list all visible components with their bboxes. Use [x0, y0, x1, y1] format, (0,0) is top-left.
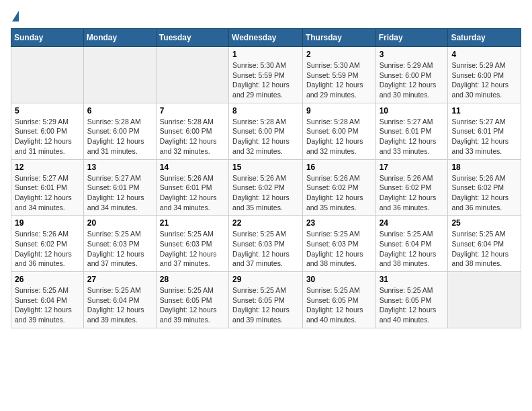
- calendar-cell: 26Sunrise: 5:25 AM Sunset: 6:04 PM Dayli…: [11, 272, 84, 328]
- calendar-week-5: 26Sunrise: 5:25 AM Sunset: 6:04 PM Dayli…: [11, 272, 521, 328]
- calendar-cell: [156, 47, 228, 103]
- day-info: Sunrise: 5:26 AM Sunset: 6:02 PM Dayligh…: [380, 173, 445, 213]
- day-info: Sunrise: 5:25 AM Sunset: 6:05 PM Dayligh…: [306, 285, 372, 325]
- day-number: 13: [87, 163, 152, 172]
- calendar-cell: 2Sunrise: 5:30 AM Sunset: 5:59 PM Daylig…: [302, 47, 375, 103]
- calendar-cell: 11Sunrise: 5:27 AM Sunset: 6:01 PM Dayli…: [448, 103, 521, 159]
- day-number: 7: [160, 106, 225, 116]
- day-info: Sunrise: 5:25 AM Sunset: 6:04 PM Dayligh…: [15, 285, 80, 325]
- logo: [11, 11, 19, 23]
- day-header-thursday: Thursday: [302, 29, 375, 47]
- day-number: 27: [87, 275, 152, 284]
- day-number: 19: [15, 218, 80, 228]
- day-number: 9: [306, 106, 372, 116]
- day-info: Sunrise: 5:27 AM Sunset: 6:01 PM Dayligh…: [87, 173, 152, 213]
- day-info: Sunrise: 5:25 AM Sunset: 6:03 PM Dayligh…: [87, 229, 152, 269]
- day-info: Sunrise: 5:26 AM Sunset: 6:02 PM Dayligh…: [15, 229, 80, 269]
- calendar-cell: 21Sunrise: 5:25 AM Sunset: 6:03 PM Dayli…: [156, 216, 228, 272]
- day-info: Sunrise: 5:27 AM Sunset: 6:01 PM Dayligh…: [451, 117, 517, 156]
- calendar-week-3: 12Sunrise: 5:27 AM Sunset: 6:01 PM Dayli…: [11, 159, 521, 216]
- day-info: Sunrise: 5:25 AM Sunset: 6:04 PM Dayligh…: [380, 229, 445, 269]
- day-header-saturday: Saturday: [448, 29, 521, 47]
- day-number: 1: [232, 50, 299, 59]
- day-number: 30: [306, 275, 372, 284]
- day-header-sunday: Sunday: [11, 29, 84, 47]
- day-number: 25: [451, 218, 517, 228]
- calendar-cell: 6Sunrise: 5:28 AM Sunset: 6:00 PM Daylig…: [83, 103, 156, 159]
- day-info: Sunrise: 5:25 AM Sunset: 6:04 PM Dayligh…: [87, 285, 152, 325]
- day-number: 11: [451, 106, 517, 116]
- calendar-cell: 30Sunrise: 5:25 AM Sunset: 6:05 PM Dayli…: [302, 272, 375, 328]
- day-number: 18: [451, 163, 517, 172]
- day-info: Sunrise: 5:27 AM Sunset: 6:01 PM Dayligh…: [380, 117, 445, 156]
- logo-triangle-icon: [12, 11, 19, 21]
- day-info: Sunrise: 5:29 AM Sunset: 6:00 PM Dayligh…: [380, 60, 445, 100]
- calendar-cell: 18Sunrise: 5:26 AM Sunset: 6:02 PM Dayli…: [448, 159, 521, 216]
- day-number: 3: [380, 50, 445, 59]
- calendar-cell: 13Sunrise: 5:27 AM Sunset: 6:01 PM Dayli…: [83, 159, 156, 216]
- day-number: 28: [160, 275, 225, 284]
- day-header-tuesday: Tuesday: [156, 29, 228, 47]
- calendar-cell: 22Sunrise: 5:25 AM Sunset: 6:03 PM Dayli…: [229, 216, 303, 272]
- day-info: Sunrise: 5:26 AM Sunset: 6:02 PM Dayligh…: [232, 173, 299, 213]
- calendar-header-row: SundayMondayTuesdayWednesdayThursdayFrid…: [11, 29, 521, 47]
- day-number: 23: [306, 218, 372, 228]
- day-number: 29: [232, 275, 299, 284]
- calendar-cell: 31Sunrise: 5:25 AM Sunset: 6:05 PM Dayli…: [375, 272, 448, 328]
- calendar-cell: 4Sunrise: 5:29 AM Sunset: 6:00 PM Daylig…: [448, 47, 521, 103]
- day-info: Sunrise: 5:26 AM Sunset: 6:02 PM Dayligh…: [451, 173, 517, 213]
- day-header-monday: Monday: [83, 29, 156, 47]
- day-info: Sunrise: 5:25 AM Sunset: 6:03 PM Dayligh…: [232, 229, 299, 269]
- day-number: 8: [232, 106, 299, 116]
- calendar-cell: 28Sunrise: 5:25 AM Sunset: 6:05 PM Dayli…: [156, 272, 228, 328]
- day-number: 22: [232, 218, 299, 228]
- day-info: Sunrise: 5:25 AM Sunset: 6:05 PM Dayligh…: [380, 285, 445, 325]
- calendar-cell: 10Sunrise: 5:27 AM Sunset: 6:01 PM Dayli…: [375, 103, 448, 159]
- calendar-cell: 9Sunrise: 5:28 AM Sunset: 6:00 PM Daylig…: [302, 103, 375, 159]
- day-info: Sunrise: 5:28 AM Sunset: 6:00 PM Dayligh…: [87, 117, 152, 156]
- calendar-cell: 3Sunrise: 5:29 AM Sunset: 6:00 PM Daylig…: [375, 47, 448, 103]
- day-info: Sunrise: 5:28 AM Sunset: 6:00 PM Dayligh…: [160, 117, 225, 156]
- calendar-cell: 19Sunrise: 5:26 AM Sunset: 6:02 PM Dayli…: [11, 216, 84, 272]
- day-number: 31: [380, 275, 445, 284]
- day-info: Sunrise: 5:25 AM Sunset: 6:05 PM Dayligh…: [232, 285, 299, 325]
- day-info: Sunrise: 5:28 AM Sunset: 6:00 PM Dayligh…: [306, 117, 372, 156]
- day-number: 10: [380, 106, 445, 116]
- day-info: Sunrise: 5:28 AM Sunset: 6:00 PM Dayligh…: [232, 117, 299, 156]
- day-number: 17: [380, 163, 445, 172]
- calendar-cell: 25Sunrise: 5:25 AM Sunset: 6:04 PM Dayli…: [448, 216, 521, 272]
- calendar-cell: 23Sunrise: 5:25 AM Sunset: 6:03 PM Dayli…: [302, 216, 375, 272]
- day-info: Sunrise: 5:25 AM Sunset: 6:03 PM Dayligh…: [306, 229, 372, 269]
- day-info: Sunrise: 5:29 AM Sunset: 6:00 PM Dayligh…: [15, 117, 80, 156]
- day-number: 20: [87, 218, 152, 228]
- calendar-cell: 27Sunrise: 5:25 AM Sunset: 6:04 PM Dayli…: [83, 272, 156, 328]
- day-info: Sunrise: 5:25 AM Sunset: 6:03 PM Dayligh…: [160, 229, 225, 269]
- day-number: 5: [15, 106, 80, 116]
- calendar-week-4: 19Sunrise: 5:26 AM Sunset: 6:02 PM Dayli…: [11, 216, 521, 272]
- day-info: Sunrise: 5:26 AM Sunset: 6:02 PM Dayligh…: [306, 173, 372, 213]
- calendar-cell: 17Sunrise: 5:26 AM Sunset: 6:02 PM Dayli…: [375, 159, 448, 216]
- calendar-cell: [83, 47, 156, 103]
- calendar-cell: 5Sunrise: 5:29 AM Sunset: 6:00 PM Daylig…: [11, 103, 84, 159]
- header: [11, 11, 521, 23]
- calendar-cell: 29Sunrise: 5:25 AM Sunset: 6:05 PM Dayli…: [229, 272, 303, 328]
- calendar-cell: 1Sunrise: 5:30 AM Sunset: 5:59 PM Daylig…: [229, 47, 303, 103]
- day-number: 24: [380, 218, 445, 228]
- calendar-week-1: 1Sunrise: 5:30 AM Sunset: 5:59 PM Daylig…: [11, 47, 521, 103]
- day-number: 12: [15, 163, 80, 172]
- calendar-cell: 20Sunrise: 5:25 AM Sunset: 6:03 PM Dayli…: [83, 216, 156, 272]
- day-header-friday: Friday: [375, 29, 448, 47]
- day-number: 2: [306, 50, 372, 59]
- day-info: Sunrise: 5:25 AM Sunset: 6:05 PM Dayligh…: [160, 285, 225, 325]
- calendar-cell: 8Sunrise: 5:28 AM Sunset: 6:00 PM Daylig…: [229, 103, 303, 159]
- calendar-table: SundayMondayTuesdayWednesdayThursdayFrid…: [11, 28, 521, 328]
- calendar-cell: [448, 272, 521, 328]
- day-number: 21: [160, 218, 225, 228]
- day-number: 6: [87, 106, 152, 116]
- day-number: 26: [15, 275, 80, 284]
- day-number: 14: [160, 163, 225, 172]
- calendar-cell: 12Sunrise: 5:27 AM Sunset: 6:01 PM Dayli…: [11, 159, 84, 216]
- day-number: 15: [232, 163, 299, 172]
- day-info: Sunrise: 5:26 AM Sunset: 6:01 PM Dayligh…: [160, 173, 225, 213]
- calendar-cell: [11, 47, 84, 103]
